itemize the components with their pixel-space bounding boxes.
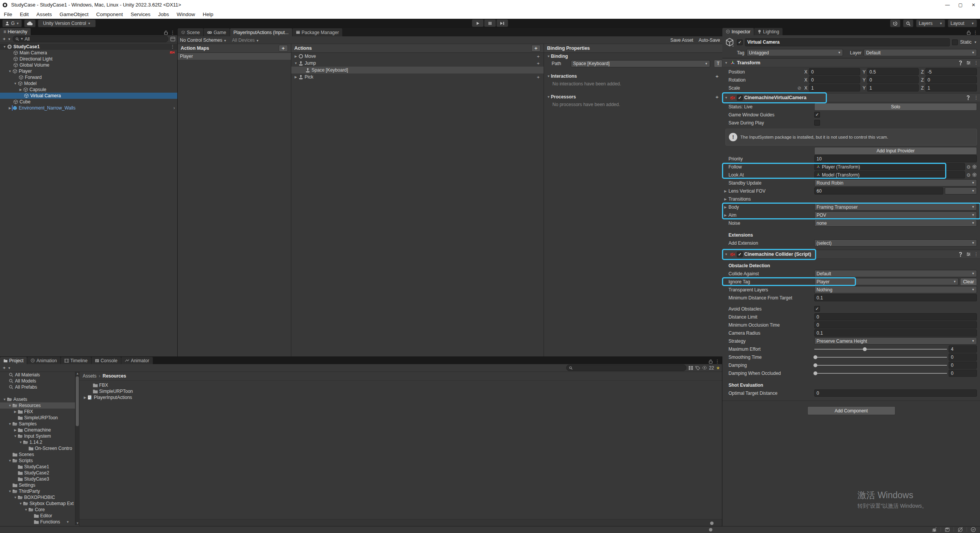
- tab-inspector[interactable]: Inspector: [722, 28, 754, 35]
- menu-gameobject[interactable]: GameObject: [56, 11, 93, 17]
- breadcrumb-current[interactable]: Resources: [103, 373, 126, 379]
- tab-scene[interactable]: Scene: [178, 28, 204, 36]
- project-tree-scrollbar[interactable]: ▲ ▼: [75, 372, 80, 525]
- lock-icon[interactable]: [967, 30, 971, 35]
- layer-dropdown[interactable]: Default▼: [864, 49, 977, 56]
- tree-on-screen-controls[interactable]: On-Screen Contro: [0, 445, 79, 451]
- scale-x-field[interactable]: 1: [809, 84, 860, 92]
- component-enabled-checkbox[interactable]: ✓: [737, 252, 743, 257]
- min-occlusion-field[interactable]: 0: [814, 321, 977, 329]
- foldout-icon[interactable]: ▶: [723, 197, 728, 201]
- favorites-star-icon[interactable]: ★: [716, 365, 720, 371]
- search-by-type-icon[interactable]: [688, 366, 693, 370]
- collide-against-dropdown[interactable]: Default▼: [814, 270, 977, 277]
- asset-fbx[interactable]: FBX: [80, 382, 722, 388]
- debugger-disabled-icon[interactable]: [931, 527, 937, 532]
- follow-object-field[interactable]: Player (Transform): [814, 163, 965, 170]
- vcam-transitions-row[interactable]: ▶ Transitions: [722, 195, 980, 203]
- scale-y-field[interactable]: 1: [867, 84, 918, 92]
- hierarchy-item-global-volume[interactable]: Global Volume: [0, 62, 177, 68]
- scale-z-field[interactable]: 1: [925, 84, 977, 92]
- foldout-icon[interactable]: ▼: [724, 96, 728, 100]
- tree-scenes[interactable]: Scenes: [0, 451, 79, 458]
- smoothing-time-field[interactable]: 0: [949, 353, 977, 361]
- gear-icon[interactable]: [972, 164, 977, 169]
- add-input-provider-button[interactable]: Add Input Provider: [814, 147, 977, 155]
- tab-hierarchy[interactable]: ≡ Hierarchy: [0, 28, 31, 35]
- strategy-dropdown[interactable]: Preserve Camera Height▼: [814, 337, 977, 345]
- clear-button[interactable]: Clear: [960, 278, 977, 286]
- prefab-open-chevron-icon[interactable]: ›: [173, 105, 175, 111]
- layers-dropdown[interactable]: Layers ▼: [916, 20, 945, 27]
- layout-dropdown[interactable]: Layout ▼: [948, 20, 977, 27]
- tab-animation[interactable]: Animation: [27, 357, 60, 364]
- object-picker-icon[interactable]: ⊙: [967, 172, 970, 178]
- search-by-label-icon[interactable]: [695, 366, 700, 370]
- add-component-button[interactable]: Add Component: [807, 406, 895, 415]
- help-icon[interactable]: ❔: [958, 252, 963, 257]
- devices-dropdown[interactable]: All Devices ▼: [232, 38, 259, 43]
- play-button[interactable]: [472, 20, 483, 27]
- hierarchy-item-player[interactable]: ▼ Player: [0, 68, 177, 74]
- asset-playerinputactions[interactable]: ▶ PlayerInputActions: [80, 394, 722, 401]
- tree-assets[interactable]: ▼ Assets: [0, 396, 79, 402]
- damping-slider[interactable]: [814, 362, 947, 368]
- tab-timeline[interactable]: Timeline: [61, 357, 91, 364]
- foldout-icon[interactable]: ▶: [723, 189, 728, 193]
- menu-help[interactable]: Help: [199, 11, 217, 17]
- close-button[interactable]: ✕: [967, 0, 980, 10]
- min-distance-field[interactable]: 0.1: [814, 294, 977, 301]
- hierarchy-item-forward[interactable]: Forward: [0, 74, 177, 80]
- aim-dropdown[interactable]: POV▼: [814, 211, 977, 219]
- gear-icon[interactable]: [972, 172, 977, 177]
- lens-fov-field[interactable]: 60: [814, 187, 943, 195]
- menu-window[interactable]: Window: [173, 11, 199, 17]
- tree-cinemachine[interactable]: ▶ Cinemachine: [0, 427, 79, 433]
- processors-section-header[interactable]: ▼Processors ＋: [544, 93, 722, 100]
- favorite-all-models[interactable]: All Models: [0, 378, 79, 384]
- tab-animator[interactable]: Animator: [121, 357, 153, 364]
- component-enabled-checkbox[interactable]: ✓: [737, 95, 743, 101]
- tree-samples[interactable]: ▼ Samples: [0, 421, 79, 427]
- tab-lighting[interactable]: Lighting: [754, 28, 783, 35]
- binding-section-header[interactable]: ▼Binding: [544, 53, 722, 60]
- hierarchy-item-capsule[interactable]: ▶ Capsule: [0, 87, 177, 93]
- foldout-icon[interactable]: ▶: [723, 205, 728, 209]
- lock-icon[interactable]: [709, 359, 713, 364]
- tree-studycase1[interactable]: StudyCase1: [0, 464, 79, 470]
- foldout-icon[interactable]: ▼: [2, 45, 7, 49]
- add-binding-button[interactable]: ＋: [536, 74, 541, 80]
- game-window-guides-checkbox[interactable]: ✓: [814, 112, 820, 118]
- tree-scripts[interactable]: ▼ Scripts: [0, 458, 79, 464]
- scroll-down-icon[interactable]: ▼: [75, 522, 80, 525]
- scrollbar-thumb[interactable]: [76, 376, 79, 426]
- priority-field[interactable]: 10: [814, 155, 977, 162]
- hierarchy-item-studycase1[interactable]: ▼ StudyCase1 ⋮: [0, 44, 177, 50]
- action-move[interactable]: ▶ Move ＋: [291, 53, 544, 60]
- tree-functions[interactable]: Functions ▼: [0, 519, 79, 525]
- create-add-button[interactable]: ＋ ▼: [2, 36, 11, 42]
- hidden-packages-eye-icon[interactable]: [702, 365, 707, 370]
- breadcrumb-root[interactable]: Assets: [83, 373, 96, 379]
- solo-button[interactable]: Solo: [814, 103, 977, 111]
- constrain-proportions-icon[interactable]: ⊘: [797, 85, 804, 91]
- asset-simpleurptoon[interactable]: SimpleURPToon: [80, 388, 722, 394]
- tab-player-input-actions[interactable]: PlayerInputActions (Input...: [230, 28, 292, 36]
- position-x-field[interactable]: 0: [809, 68, 860, 75]
- transparent-layers-dropdown[interactable]: Nothing▼: [814, 286, 977, 293]
- tab-game[interactable]: Game: [204, 28, 230, 36]
- kebab-icon[interactable]: ⋮: [170, 30, 175, 35]
- kebab-icon[interactable]: ⋮: [170, 44, 175, 49]
- noise-dropdown[interactable]: none▼: [814, 219, 977, 227]
- tree-boxophobic[interactable]: ▼ BOXOPHOBIC: [0, 494, 79, 500]
- add-extension-dropdown[interactable]: (select)▼: [814, 239, 977, 247]
- scroll-up-icon[interactable]: ▲: [75, 372, 80, 375]
- add-interaction-button[interactable]: ＋: [715, 73, 719, 80]
- hierarchy-item-environment-narrow-walls[interactable]: ▶ Environment_Narrow_Walls ›: [0, 105, 177, 111]
- damping-occluded-field[interactable]: 0: [949, 370, 977, 377]
- interactions-section-header[interactable]: ▼Interactions ＋: [544, 73, 722, 80]
- static-checkbox[interactable]: [952, 39, 958, 45]
- kebab-icon[interactable]: ⋮: [974, 252, 978, 257]
- step-button[interactable]: [497, 20, 508, 27]
- transform-header[interactable]: ▼ Transform ❔ ⋮: [722, 58, 980, 67]
